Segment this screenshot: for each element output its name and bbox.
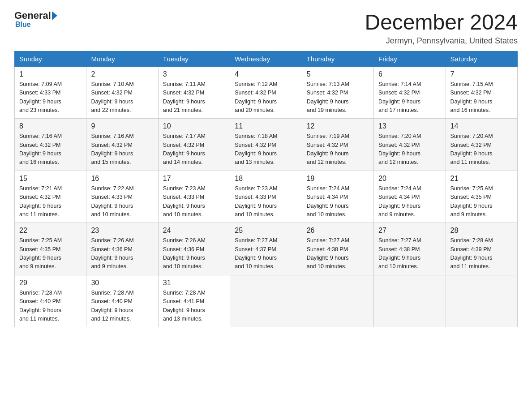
day-number: 17 [163,175,225,183]
logo-blue-text: Blue [15,21,31,28]
header-monday: Monday [86,51,158,66]
day-cell: 29Sunrise: 7:28 AMSunset: 4:40 PMDayligh… [15,275,86,327]
day-info: Sunrise: 7:14 AMSunset: 4:32 PMDaylight:… [378,80,441,115]
day-cell: 4Sunrise: 7:12 AMSunset: 4:32 PMDaylight… [230,66,302,119]
day-info: Sunrise: 7:28 AMSunset: 4:41 PMDaylight:… [163,289,225,324]
header-saturday: Saturday [446,51,517,66]
day-info: Sunrise: 7:26 AMSunset: 4:36 PMDaylight:… [163,236,225,271]
day-cell: 12Sunrise: 7:19 AMSunset: 4:32 PMDayligh… [302,119,373,171]
header-thursday: Thursday [302,51,373,66]
day-number: 28 [450,227,513,235]
calendar-table: SundayMondayTuesdayWednesdayThursdayFrid… [14,51,518,328]
day-info: Sunrise: 7:23 AMSunset: 4:33 PMDaylight:… [235,184,297,219]
header-tuesday: Tuesday [158,51,230,66]
day-info: Sunrise: 7:27 AMSunset: 4:38 PMDaylight:… [307,236,369,271]
week-row-2: 8Sunrise: 7:16 AMSunset: 4:32 PMDaylight… [15,119,518,171]
day-cell: 19Sunrise: 7:24 AMSunset: 4:34 PMDayligh… [302,171,373,223]
day-number: 5 [307,70,369,78]
week-row-4: 22Sunrise: 7:25 AMSunset: 4:35 PMDayligh… [15,223,518,275]
day-cell [302,275,373,327]
day-cell: 5Sunrise: 7:13 AMSunset: 4:32 PMDaylight… [302,66,373,119]
logo-general-text: General [14,11,51,21]
day-info: Sunrise: 7:22 AMSunset: 4:33 PMDaylight:… [91,184,153,219]
day-info: Sunrise: 7:18 AMSunset: 4:32 PMDaylight:… [235,132,297,167]
day-info: Sunrise: 7:11 AMSunset: 4:32 PMDaylight:… [163,80,225,115]
day-number: 16 [91,175,153,183]
day-number: 20 [378,175,441,183]
day-number: 26 [307,227,369,235]
day-number: 2 [91,70,153,78]
week-row-5: 29Sunrise: 7:28 AMSunset: 4:40 PMDayligh… [15,275,518,327]
day-number: 8 [19,122,82,130]
day-number: 24 [163,227,225,235]
day-number: 14 [450,122,513,130]
day-cell: 9Sunrise: 7:16 AMSunset: 4:32 PMDaylight… [86,119,158,171]
calendar-header: SundayMondayTuesdayWednesdayThursdayFrid… [15,51,518,66]
day-info: Sunrise: 7:20 AMSunset: 4:32 PMDaylight:… [450,132,513,167]
day-cell: 26Sunrise: 7:27 AMSunset: 4:38 PMDayligh… [302,223,373,275]
calendar-body: 1Sunrise: 7:09 AMSunset: 4:33 PMDaylight… [15,66,518,327]
week-row-3: 15Sunrise: 7:21 AMSunset: 4:32 PMDayligh… [15,171,518,223]
day-number: 3 [163,70,225,78]
day-cell: 8Sunrise: 7:16 AMSunset: 4:32 PMDaylight… [15,119,86,171]
day-cell: 27Sunrise: 7:27 AMSunset: 4:38 PMDayligh… [374,223,446,275]
day-cell: 6Sunrise: 7:14 AMSunset: 4:32 PMDaylight… [374,66,446,119]
day-cell: 1Sunrise: 7:09 AMSunset: 4:33 PMDaylight… [15,66,86,119]
day-cell: 23Sunrise: 7:26 AMSunset: 4:36 PMDayligh… [86,223,158,275]
day-info: Sunrise: 7:13 AMSunset: 4:32 PMDaylight:… [307,80,369,115]
day-info: Sunrise: 7:25 AMSunset: 4:35 PMDaylight:… [450,184,513,219]
day-info: Sunrise: 7:20 AMSunset: 4:32 PMDaylight:… [378,132,441,167]
day-cell: 17Sunrise: 7:23 AMSunset: 4:33 PMDayligh… [158,171,230,223]
day-number: 13 [378,122,441,130]
day-cell: 15Sunrise: 7:21 AMSunset: 4:32 PMDayligh… [15,171,86,223]
day-number: 12 [307,122,369,130]
day-cell [374,275,446,327]
day-info: Sunrise: 7:28 AMSunset: 4:40 PMDaylight:… [91,289,153,324]
day-number: 6 [378,70,441,78]
day-info: Sunrise: 7:25 AMSunset: 4:35 PMDaylight:… [19,236,82,271]
header-sunday: Sunday [15,51,86,66]
day-cell: 18Sunrise: 7:23 AMSunset: 4:33 PMDayligh… [230,171,302,223]
day-number: 11 [235,122,297,130]
day-info: Sunrise: 7:12 AMSunset: 4:32 PMDaylight:… [235,80,297,115]
day-info: Sunrise: 7:28 AMSunset: 4:39 PMDaylight:… [450,236,513,271]
day-cell: 13Sunrise: 7:20 AMSunset: 4:32 PMDayligh… [374,119,446,171]
title-area: December 2024 Jermyn, Pennsylvania, Unit… [365,11,518,46]
day-info: Sunrise: 7:24 AMSunset: 4:34 PMDaylight:… [307,184,369,219]
day-cell: 20Sunrise: 7:24 AMSunset: 4:34 PMDayligh… [374,171,446,223]
day-cell: 7Sunrise: 7:15 AMSunset: 4:32 PMDaylight… [446,66,517,119]
day-number: 15 [19,175,82,183]
day-info: Sunrise: 7:17 AMSunset: 4:32 PMDaylight:… [163,132,225,167]
day-info: Sunrise: 7:16 AMSunset: 4:32 PMDaylight:… [91,132,153,167]
logo-arrow-icon [52,11,57,20]
logo: General Blue [14,11,58,29]
day-cell: 25Sunrise: 7:27 AMSunset: 4:37 PMDayligh… [230,223,302,275]
day-number: 10 [163,122,225,130]
day-number: 23 [91,227,153,235]
day-number: 30 [91,279,153,287]
header-wednesday: Wednesday [230,51,302,66]
month-title: December 2024 [365,11,518,34]
day-cell: 24Sunrise: 7:26 AMSunset: 4:36 PMDayligh… [158,223,230,275]
day-info: Sunrise: 7:24 AMSunset: 4:34 PMDaylight:… [378,184,441,219]
day-number: 19 [307,175,369,183]
day-number: 27 [378,227,441,235]
day-cell: 2Sunrise: 7:10 AMSunset: 4:32 PMDaylight… [86,66,158,119]
day-info: Sunrise: 7:28 AMSunset: 4:40 PMDaylight:… [19,289,82,324]
day-info: Sunrise: 7:26 AMSunset: 4:36 PMDaylight:… [91,236,153,271]
day-info: Sunrise: 7:27 AMSunset: 4:38 PMDaylight:… [378,236,441,271]
day-cell: 30Sunrise: 7:28 AMSunset: 4:40 PMDayligh… [86,275,158,327]
day-info: Sunrise: 7:09 AMSunset: 4:33 PMDaylight:… [19,80,82,115]
day-number: 29 [19,279,82,287]
day-cell: 16Sunrise: 7:22 AMSunset: 4:33 PMDayligh… [86,171,158,223]
day-cell: 28Sunrise: 7:28 AMSunset: 4:39 PMDayligh… [446,223,517,275]
day-cell: 14Sunrise: 7:20 AMSunset: 4:32 PMDayligh… [446,119,517,171]
day-info: Sunrise: 7:16 AMSunset: 4:32 PMDaylight:… [19,132,82,167]
day-cell: 22Sunrise: 7:25 AMSunset: 4:35 PMDayligh… [15,223,86,275]
day-cell: 11Sunrise: 7:18 AMSunset: 4:32 PMDayligh… [230,119,302,171]
page-header: General Blue December 2024 Jermyn, Penns… [14,11,518,46]
day-number: 9 [91,122,153,130]
day-info: Sunrise: 7:19 AMSunset: 4:32 PMDaylight:… [307,132,369,167]
day-info: Sunrise: 7:10 AMSunset: 4:32 PMDaylight:… [91,80,153,115]
day-number: 31 [163,279,225,287]
